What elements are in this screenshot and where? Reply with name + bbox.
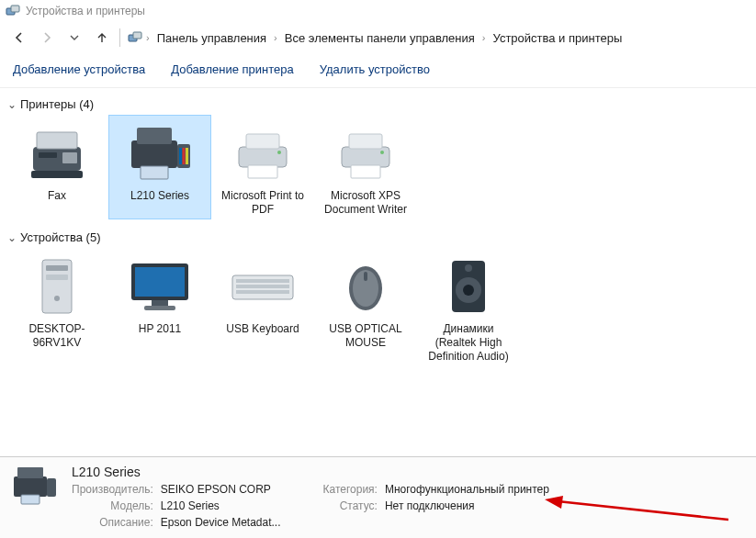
nav-forward-button[interactable] [37,28,57,48]
monitor-icon [123,254,197,320]
device-label: USB OPTICAL MOUSE [319,322,412,350]
svg-rect-26 [46,275,68,280]
svg-rect-22 [351,165,380,178]
device-label: USB Keyboard [226,322,299,336]
device-item-print-to-pdf[interactable]: Microsoft Print to PDF [211,115,314,219]
toolbar: Добавление устройства Добавление принтер… [0,53,756,88]
chevron-down-icon: ⌄ [7,231,17,244]
navbar: › Панель управления › Все элементы панел… [0,22,756,53]
details-pane: L210 Series Производитель: SEIKO EPSON C… [0,456,756,538]
details-manufacturer-label: Производитель: [72,483,153,496]
breadcrumb-devices-printers[interactable]: Устройства и принтеры [490,29,626,47]
device-item-keyboard[interactable]: USB Keyboard [211,248,314,366]
epson-printer-icon [123,121,197,187]
chevron-right-icon[interactable]: › [146,32,150,43]
device-label: Динамики (Realtek High Definition Audio) [422,322,515,364]
device-item-monitor[interactable]: HP 2011 [108,248,211,366]
svg-rect-29 [135,267,185,297]
device-label: Microsoft Print to PDF [216,189,310,217]
svg-rect-34 [236,285,289,288]
details-model: L210 Series [161,499,281,512]
device-item-xps-writer[interactable]: Microsoft XPS Document Writer [314,115,417,219]
details-model-label: Модель: [72,499,153,512]
svg-rect-44 [17,467,43,478]
content-area: ⌄ Принтеры (4) Fax [0,88,756,456]
svg-rect-20 [342,147,389,167]
speaker-icon [432,254,505,320]
device-label: DESKTOP-96RV1KV [10,322,104,350]
svg-rect-11 [141,166,168,179]
add-printer-button[interactable]: Добавление принтера [171,62,293,76]
svg-point-23 [380,151,384,154]
svg-rect-13 [179,148,182,164]
svg-point-27 [54,296,60,301]
svg-rect-14 [183,148,186,164]
remove-device-button[interactable]: Удалить устройство [320,62,430,76]
svg-rect-31 [144,306,175,310]
svg-rect-45 [21,495,39,504]
svg-rect-18 [248,165,277,178]
svg-rect-10 [137,128,172,144]
breadcrumb-all-items[interactable]: Все элементы панели управления [281,29,479,47]
group-header-devices[interactable]: ⌄ Устройства (5) [6,225,750,246]
details-category-label: Категория: [323,483,378,496]
annotation-arrow-icon [545,496,728,523]
device-item-l210[interactable]: L210 Series [108,115,211,219]
svg-rect-43 [14,476,47,497]
details-category: Многофункциональный принтер [385,483,549,496]
svg-point-41 [463,285,474,296]
device-item-mouse[interactable]: USB OPTICAL MOUSE [314,248,417,366]
svg-rect-25 [46,265,68,271]
svg-rect-16 [239,147,287,167]
pc-tower-icon [20,254,94,320]
svg-rect-38 [364,272,367,281]
epson-printer-icon [9,465,61,509]
svg-rect-35 [236,290,289,294]
devices-icon [6,4,20,18]
svg-rect-6 [62,152,77,163]
svg-point-42 [465,264,472,272]
breadcrumb-control-panel[interactable]: Панель управления [153,29,270,47]
device-item-speakers[interactable]: Динамики (Realtek High Definition Audio) [417,248,520,366]
breadcrumb: › Панель управления › Все элементы панел… [128,29,626,47]
device-label: Microsoft XPS Document Writer [319,189,412,217]
device-label: L210 Series [130,189,189,203]
svg-rect-3 [133,32,141,39]
svg-rect-15 [186,148,188,164]
chevron-right-icon[interactable]: › [482,32,486,43]
titlebar: Устройства и принтеры [0,0,756,22]
svg-rect-1 [11,6,19,12]
nav-up-button[interactable] [92,28,112,48]
nav-back-button[interactable] [9,28,29,48]
chevron-down-icon: ⌄ [7,98,17,111]
svg-rect-30 [152,300,168,306]
device-label: Fax [48,189,66,203]
add-device-button[interactable]: Добавление устройства [13,62,145,76]
device-label: HP 2011 [139,322,181,336]
details-status-label: Статус: [323,499,378,512]
details-status: Нет подключения [385,499,549,512]
device-item-fax[interactable]: Fax [6,115,108,219]
printer-icon [329,121,402,187]
chevron-right-icon[interactable]: › [274,32,277,43]
window-title: Устройства и принтеры [26,5,145,17]
printers-items: Fax L210 Series [6,113,750,225]
svg-rect-17 [246,134,279,149]
nav-recent-button[interactable] [64,28,85,48]
devices-icon [128,30,142,45]
details-manufacturer: SEIKO EPSON CORP [161,483,281,496]
mouse-icon [329,254,402,320]
group-header-printers[interactable]: ⌄ Принтеры (4) [6,92,750,113]
fax-icon [20,121,94,187]
device-item-desktop[interactable]: DESKTOP-96RV1KV [6,248,108,366]
keyboard-icon [226,254,299,320]
group-label: Принтеры (4) [20,97,94,111]
svg-point-19 [277,151,281,154]
nav-separator [119,28,120,47]
printer-icon [226,121,299,187]
svg-rect-46 [47,478,56,497]
svg-rect-8 [31,171,83,178]
details-description: Epson Device Metadat... [161,516,281,529]
svg-line-47 [558,501,728,520]
svg-rect-33 [236,279,289,283]
